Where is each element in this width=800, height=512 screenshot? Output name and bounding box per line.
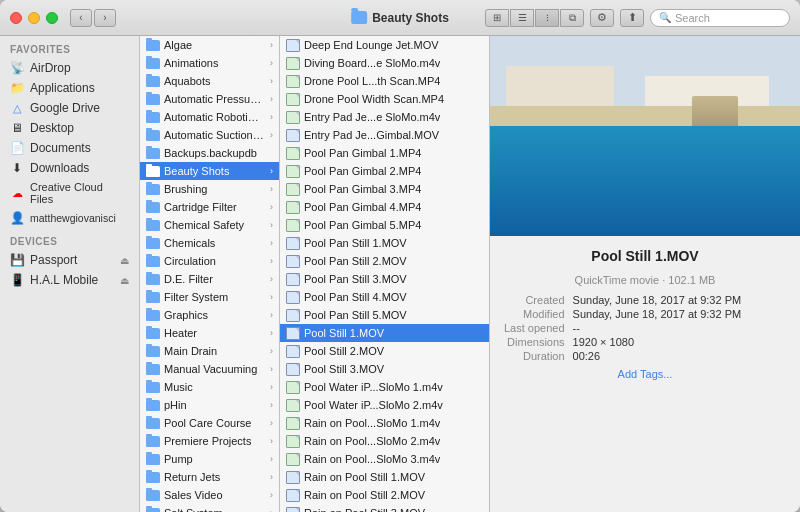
- file-label: Pool Pan Still 3.MOV: [304, 273, 407, 285]
- column1-item[interactable]: Aquabots›: [140, 72, 279, 90]
- eject-passport-icon[interactable]: ⏏: [120, 255, 129, 266]
- file-label: Rain on Pool...SloMo 1.m4v: [304, 417, 440, 429]
- column1-item[interactable]: Beauty Shots›: [140, 162, 279, 180]
- sidebar-item-documents[interactable]: 📄 Documents: [0, 138, 139, 158]
- column2-item[interactable]: Rain on Pool Still 3.MOV: [280, 504, 489, 512]
- expand-arrow-icon: ›: [270, 346, 273, 356]
- column2-item[interactable]: Deep End Lounge Jet.MOV: [280, 36, 489, 54]
- column2-item[interactable]: Pool Pan Gimbal 2.MP4: [280, 162, 489, 180]
- column2-item[interactable]: Drone Pool Width Scan.MP4: [280, 90, 489, 108]
- column2-item[interactable]: Pool Pan Still 4.MOV: [280, 288, 489, 306]
- column1-item[interactable]: Main Drain›: [140, 342, 279, 360]
- column2-item[interactable]: Rain on Pool...SloMo 3.m4v: [280, 450, 489, 468]
- column2-item[interactable]: Pool Pan Still 5.MOV: [280, 306, 489, 324]
- column1-item[interactable]: Backups.backupdb: [140, 144, 279, 162]
- column1-item[interactable]: Automatic Suction Cleaner›: [140, 126, 279, 144]
- column2-item[interactable]: Pool Pan Still 1.MOV: [280, 234, 489, 252]
- column2-item[interactable]: Pool Pan Still 2.MOV: [280, 252, 489, 270]
- column2-item[interactable]: Entry Pad Je...Gimbal.MOV: [280, 126, 489, 144]
- column1-item[interactable]: Chemicals›: [140, 234, 279, 252]
- column2-item[interactable]: Entry Pad Je...e SloMo.m4v: [280, 108, 489, 126]
- applications-icon: 📁: [10, 81, 24, 95]
- column2-item[interactable]: Rain on Pool...SloMo 1.m4v: [280, 414, 489, 432]
- column2-item[interactable]: Diving Board...e SloMo.m4v: [280, 54, 489, 72]
- column2-item[interactable]: Pool Pan Gimbal 4.MP4: [280, 198, 489, 216]
- column1-item[interactable]: Brushing›: [140, 180, 279, 198]
- folder-icon: [146, 490, 160, 501]
- finder-window: ‹ › Beauty Shots ⊞ ☰ ⫶ ⧉ ⚙ ⬆ 🔍 Search Fa…: [0, 0, 800, 512]
- item-label: Pool Care Course: [164, 417, 251, 429]
- maximize-button[interactable]: [46, 12, 58, 24]
- column2-item[interactable]: Pool Water iP...SloMo 1.m4v: [280, 378, 489, 396]
- column1-item[interactable]: Pump›: [140, 450, 279, 468]
- column1-item[interactable]: Premiere Projects›: [140, 432, 279, 450]
- column1-item[interactable]: Chemical Safety›: [140, 216, 279, 234]
- column2-item[interactable]: Pool Still 3.MOV: [280, 360, 489, 378]
- column2-item[interactable]: Drone Pool L...th Scan.MP4: [280, 72, 489, 90]
- sidebar-item-desktop[interactable]: 🖥 Desktop: [0, 118, 139, 138]
- column1-item[interactable]: Sales Video›: [140, 486, 279, 504]
- modified-value: Sunday, June 18, 2017 at 9:32 PM: [573, 308, 786, 320]
- file-icon: [286, 255, 300, 268]
- column1-item[interactable]: Cartridge Filter›: [140, 198, 279, 216]
- column1-item[interactable]: Music›: [140, 378, 279, 396]
- column2-item[interactable]: Pool Pan Gimbal 5.MP4: [280, 216, 489, 234]
- column1-item[interactable]: Manual Vacuuming›: [140, 360, 279, 378]
- column1-item[interactable]: Circulation›: [140, 252, 279, 270]
- item-label: Automatic Suction Cleaner: [164, 129, 264, 141]
- column2-item[interactable]: Rain on Pool...SloMo 2.m4v: [280, 432, 489, 450]
- column-view-button[interactable]: ⫶: [535, 9, 559, 27]
- column2-item[interactable]: Pool Pan Still 3.MOV: [280, 270, 489, 288]
- arrange-button[interactable]: ⚙: [590, 9, 614, 27]
- share-button[interactable]: ⬆: [620, 9, 644, 27]
- column2-item[interactable]: Pool Still 2.MOV: [280, 342, 489, 360]
- column1-item[interactable]: Pool Care Course›: [140, 414, 279, 432]
- column1-item[interactable]: Graphics›: [140, 306, 279, 324]
- column1-item[interactable]: Heater›: [140, 324, 279, 342]
- gallery-view-button[interactable]: ⧉: [560, 9, 584, 27]
- item-label: Filter System: [164, 291, 228, 303]
- column1-item[interactable]: Automatic Pressure Cleaner›: [140, 90, 279, 108]
- column2-item[interactable]: Pool Water iP...SloMo 2.m4v: [280, 396, 489, 414]
- sidebar-item-airdrop[interactable]: 📡 AirDrop: [0, 58, 139, 78]
- column1-item[interactable]: Automatic Robotic Cleaner›: [140, 108, 279, 126]
- item-label: Beauty Shots: [164, 165, 229, 177]
- close-button[interactable]: [10, 12, 22, 24]
- column1-item[interactable]: Salt System›: [140, 504, 279, 512]
- sidebar-item-hal-mobile[interactable]: 📱 H.A.L Mobile ⏏: [0, 270, 139, 290]
- column1-item[interactable]: Return Jets›: [140, 468, 279, 486]
- column2-item[interactable]: Pool Pan Gimbal 1.MP4: [280, 144, 489, 162]
- forward-button[interactable]: ›: [94, 9, 116, 27]
- eject-hal-icon[interactable]: ⏏: [120, 275, 129, 286]
- sidebar-item-label: Google Drive: [30, 101, 100, 115]
- column1-item[interactable]: Animations›: [140, 54, 279, 72]
- sidebar-item-downloads[interactable]: ⬇ Downloads: [0, 158, 139, 178]
- list-view-button[interactable]: ☰: [510, 9, 534, 27]
- item-label: Backups.backupdb: [164, 147, 257, 159]
- sidebar-item-creative-cloud[interactable]: ☁ Creative Cloud Files: [0, 178, 139, 208]
- file-label: Pool Pan Still 1.MOV: [304, 237, 407, 249]
- column1-item[interactable]: Filter System›: [140, 288, 279, 306]
- sidebar-item-applications[interactable]: 📁 Applications: [0, 78, 139, 98]
- preview-filename: Pool Still 1.MOV: [504, 248, 786, 264]
- preview-metadata: Created Sunday, June 18, 2017 at 9:32 PM…: [504, 294, 786, 362]
- add-tags-link[interactable]: Add Tags...: [504, 368, 786, 380]
- back-button[interactable]: ‹: [70, 9, 92, 27]
- column2-item[interactable]: Rain on Pool Still 2.MOV: [280, 486, 489, 504]
- minimize-button[interactable]: [28, 12, 40, 24]
- column1-item[interactable]: D.E. Filter›: [140, 270, 279, 288]
- column1-item[interactable]: pHin›: [140, 396, 279, 414]
- icon-view-button[interactable]: ⊞: [485, 9, 509, 27]
- titlebar: ‹ › Beauty Shots ⊞ ☰ ⫶ ⧉ ⚙ ⬆ 🔍 Search: [0, 0, 800, 36]
- column2-item[interactable]: Pool Still 1.MOV: [280, 324, 489, 342]
- search-box[interactable]: 🔍 Search: [650, 9, 790, 27]
- folder-icon: [146, 328, 160, 339]
- sidebar-item-google-drive[interactable]: △ Google Drive: [0, 98, 139, 118]
- file-label: Pool Still 1.MOV: [304, 327, 384, 339]
- column1-item[interactable]: Algae›: [140, 36, 279, 54]
- sidebar-item-user[interactable]: 👤 matthewgiovanisci: [0, 208, 139, 228]
- column2-item[interactable]: Rain on Pool Still 1.MOV: [280, 468, 489, 486]
- sidebar-item-passport[interactable]: 💾 Passport ⏏: [0, 250, 139, 270]
- file-label: Entry Pad Je...Gimbal.MOV: [304, 129, 439, 141]
- column2-item[interactable]: Pool Pan Gimbal 3.MP4: [280, 180, 489, 198]
